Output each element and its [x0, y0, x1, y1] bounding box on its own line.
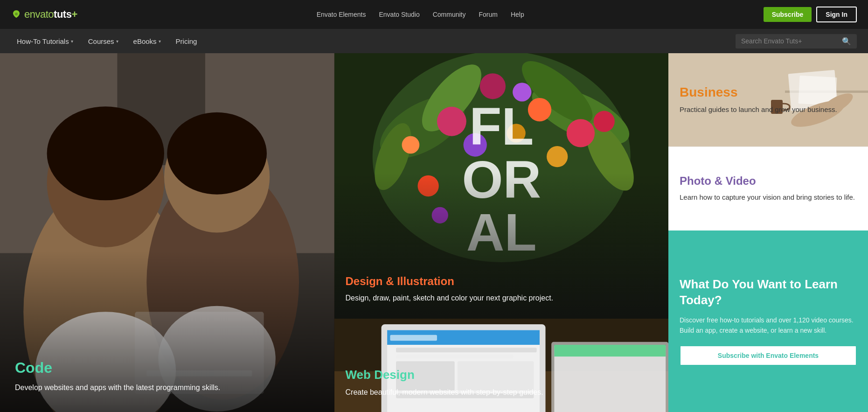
- svg-point-26: [566, 119, 594, 147]
- code-panel-description: Develop websites and apps with the lates…: [15, 382, 325, 393]
- nav-link-envato-studio[interactable]: Envato Studio: [379, 11, 420, 18]
- svg-text:AL: AL: [466, 203, 536, 262]
- secondary-nav: How-To Tutorials ▾ Courses ▾ eBooks ▾ Pr…: [0, 29, 868, 53]
- secondary-nav-links: How-To Tutorials ▾ Courses ▾ eBooks ▾ Pr…: [11, 35, 202, 48]
- svg-rect-44: [396, 355, 513, 358]
- cta-subscribe-button[interactable]: Subscribe with Envato Elements: [680, 345, 857, 366]
- svg-point-0: [15, 13, 18, 15]
- main-content-grid: Code Develop websites and apps with the …: [0, 53, 868, 412]
- chevron-down-icon: ▾: [159, 39, 161, 44]
- svg-point-9: [167, 112, 267, 195]
- nav-courses[interactable]: Courses ▾: [83, 35, 124, 48]
- svg-rect-43: [396, 348, 536, 352]
- photo-panel-description: Learn how to capture your vision and bri…: [680, 192, 857, 203]
- logo-text: envatotuts+: [24, 8, 77, 21]
- code-panel-illustration: [0, 53, 334, 412]
- nav-link-forum[interactable]: Forum: [479, 11, 497, 18]
- top-nav-actions: Subscribe Sign In: [764, 7, 857, 22]
- search-input[interactable]: [741, 37, 838, 45]
- search-box: 🔍: [736, 34, 857, 49]
- nav-pricing[interactable]: Pricing: [170, 35, 203, 48]
- panel-code[interactable]: Code Develop websites and apps with the …: [0, 53, 334, 412]
- svg-rect-51: [554, 345, 666, 356]
- nav-ebooks[interactable]: eBooks ▾: [128, 35, 167, 48]
- design-panel-description: Design, draw, paint, sketch and color yo…: [346, 293, 660, 304]
- web-panel-background: [334, 319, 669, 412]
- web-panel-illustration: [334, 319, 669, 412]
- code-panel-title[interactable]: Code: [15, 359, 325, 377]
- middle-column: FL OR AL Design & Illustration Design, d…: [334, 53, 669, 412]
- svg-point-22: [437, 107, 466, 136]
- logo[interactable]: envatotuts+: [11, 8, 77, 21]
- search-icon[interactable]: 🔍: [842, 37, 851, 46]
- svg-point-28: [593, 111, 614, 132]
- panel-business[interactable]: Business Practical guides to launch and …: [668, 53, 868, 147]
- svg-text:OR: OR: [462, 150, 541, 209]
- svg-point-25: [417, 175, 438, 196]
- svg-rect-42: [390, 335, 437, 341]
- svg-point-31: [431, 207, 448, 223]
- svg-point-24: [479, 73, 505, 99]
- design-panel-title[interactable]: Design & Illustration: [346, 275, 660, 288]
- panel-photo-video[interactable]: Photo & Video Learn how to capture your …: [668, 147, 868, 230]
- business-panel-description: Practical guides to launch and grow your…: [680, 105, 859, 115]
- signin-button[interactable]: Sign In: [816, 7, 857, 22]
- photo-panel-title[interactable]: Photo & Video: [680, 175, 857, 188]
- top-nav-links: Envato Elements Envato Studio Community …: [317, 11, 524, 18]
- design-panel-content: Design & Illustration Design, draw, pain…: [346, 275, 660, 304]
- svg-point-13: [158, 306, 275, 412]
- svg-text:FL: FL: [469, 98, 534, 156]
- web-panel-description: Create beautiful, modern websites with s…: [346, 387, 660, 398]
- svg-point-8: [47, 106, 164, 200]
- code-panel-content: Code Develop websites and apps with the …: [15, 359, 325, 393]
- business-panel-title[interactable]: Business: [680, 85, 859, 100]
- nav-link-envato-elements[interactable]: Envato Elements: [317, 11, 366, 18]
- panel-web-design[interactable]: Web Design Create beautiful, modern webs…: [334, 319, 669, 412]
- svg-point-27: [402, 136, 419, 154]
- nav-link-community[interactable]: Community: [433, 11, 466, 18]
- web-panel-title[interactable]: Web Design: [346, 368, 660, 382]
- cta-description: Discover free how-to tutorials and over …: [680, 315, 857, 336]
- business-panel-content: Business Practical guides to launch and …: [680, 53, 859, 147]
- right-column: Business Practical guides to launch and …: [668, 53, 868, 412]
- code-panel-background: [0, 53, 334, 412]
- cta-title: What Do You Want to Learn Today?: [680, 277, 857, 308]
- web-panel-content: Web Design Create beautiful, modern webs…: [346, 368, 660, 398]
- panel-design-illustration[interactable]: FL OR AL Design & Illustration Design, d…: [334, 53, 669, 319]
- chevron-down-icon: ▾: [71, 39, 73, 44]
- top-nav: envatotuts+ Envato Elements Envato Studi…: [0, 0, 868, 29]
- nav-how-to-tutorials[interactable]: How-To Tutorials ▾: [11, 35, 79, 48]
- panel-cta: What Do You Want to Learn Today? Discove…: [668, 230, 868, 412]
- logo-icon: [11, 9, 21, 20]
- subscribe-button[interactable]: Subscribe: [764, 7, 812, 22]
- svg-point-32: [547, 146, 568, 167]
- nav-link-help[interactable]: Help: [511, 11, 524, 18]
- chevron-down-icon: ▾: [116, 39, 118, 44]
